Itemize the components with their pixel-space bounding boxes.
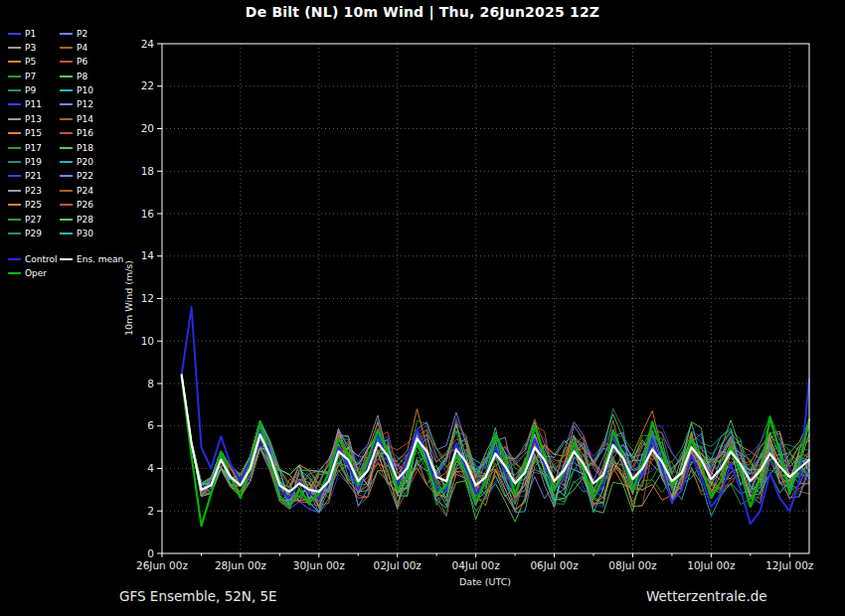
y-tick-label: 0 bbox=[147, 547, 154, 559]
footer-model-info: GFS Ensemble, 52N, 5E bbox=[119, 588, 277, 604]
y-tick-label: 20 bbox=[141, 122, 154, 134]
y-tick-label: 14 bbox=[141, 249, 155, 261]
x-tick-label: 12Jul 00z bbox=[765, 559, 814, 571]
series-line bbox=[182, 376, 809, 516]
x-tick-label: 30Jun 00z bbox=[293, 559, 345, 571]
y-tick-label: 12 bbox=[141, 292, 154, 304]
y-tick-label: 18 bbox=[141, 165, 154, 177]
wind-chart: 02468101214161820222426Jun 00z28Jun 00z3… bbox=[0, 0, 845, 616]
y-tick-label: 6 bbox=[147, 419, 154, 431]
series-lines bbox=[182, 307, 809, 526]
footer-brand: Wetterzentrale.de bbox=[646, 588, 767, 604]
x-tick-label: 10Jul 00z bbox=[687, 559, 736, 571]
y-tick-label: 24 bbox=[141, 38, 155, 50]
series-line bbox=[182, 375, 809, 516]
y-axis-label: 10m Wind (m/s) bbox=[123, 260, 134, 336]
x-tick-label: 06Jul 00z bbox=[530, 559, 579, 571]
y-tick-label: 8 bbox=[147, 378, 154, 389]
x-tick-label: 04Jul 00z bbox=[452, 559, 501, 571]
y-tick-label: 16 bbox=[141, 208, 155, 220]
x-tick-label: 26Jun 00z bbox=[136, 559, 188, 571]
x-tick-label: 08Jul 00z bbox=[608, 559, 657, 571]
series-line bbox=[182, 375, 809, 517]
x-axis-label: Date (UTC) bbox=[459, 576, 511, 587]
x-tick-label: 28Jun 00z bbox=[215, 559, 266, 571]
y-tick-label: 4 bbox=[147, 462, 154, 474]
chart-container: De Bilt (NL) 10m Wind | Thu, 26Jun2025 1… bbox=[0, 0, 845, 616]
y-tick-label: 22 bbox=[141, 79, 154, 91]
x-tick-label: 02Jul 00z bbox=[374, 559, 422, 571]
y-tick-label: 2 bbox=[147, 505, 154, 517]
y-tick-label: 10 bbox=[141, 335, 154, 347]
